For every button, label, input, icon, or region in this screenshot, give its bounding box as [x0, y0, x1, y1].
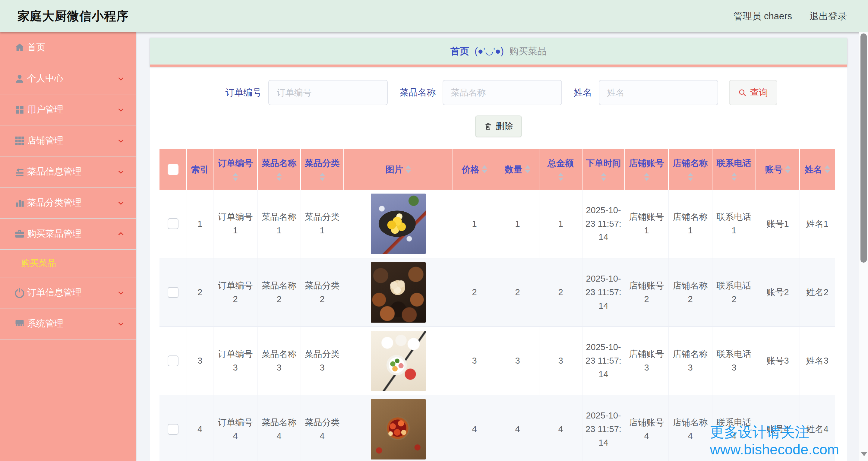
- column-header-quantity[interactable]: 数量: [496, 149, 539, 190]
- logout-link[interactable]: 退出登录: [809, 10, 847, 23]
- cell-contact_phone: 联系电话3: [717, 349, 752, 372]
- column-header-account[interactable]: 账号: [756, 149, 800, 190]
- search-bar: 订单编号 菜品名称 姓名 查询: [150, 67, 847, 105]
- cell-shop_name: 店铺名称3: [673, 349, 708, 372]
- vertical-scrollbar[interactable]: [859, 32, 868, 461]
- cell-name: 姓名4: [806, 424, 829, 434]
- sort-caret-icon[interactable]: [276, 173, 282, 181]
- sidebar-item-label: 菜品分类管理: [27, 196, 82, 209]
- app-title: 家庭大厨微信小程序: [18, 8, 129, 24]
- scrollbar-thumb[interactable]: [861, 33, 867, 263]
- name-input[interactable]: [599, 80, 718, 105]
- sidebar-item-label: 用户管理: [27, 103, 63, 116]
- row-checkbox[interactable]: [167, 218, 179, 229]
- breadcrumb-home-link[interactable]: 首页: [451, 45, 469, 58]
- cell-quantity: 3: [515, 356, 520, 365]
- sidebar-item-purchase-dish-management[interactable]: 购买菜品管理: [0, 219, 136, 250]
- list-icon: [14, 166, 25, 178]
- sort-caret-icon[interactable]: [785, 165, 790, 173]
- column-label: 菜品分类: [305, 158, 340, 168]
- column-header-price[interactable]: 价格: [453, 149, 496, 190]
- sort-caret-icon[interactable]: [601, 173, 606, 181]
- delete-button[interactable]: 删除: [475, 116, 522, 137]
- column-label: 数量: [505, 164, 523, 175]
- data-table: 索引订单编号菜品名称菜品分类图片价格数量总金额下单时间店铺账号店铺名称联系电话账…: [159, 149, 835, 461]
- cell-contact_phone: 联系电话2: [717, 281, 752, 304]
- cell-index: 3: [197, 356, 202, 365]
- sidebar-item-shop-management[interactable]: 店铺管理: [0, 125, 136, 156]
- cell-dish_name: 菜品名称1: [262, 212, 297, 235]
- column-header-shop_account[interactable]: 店铺账号: [625, 149, 669, 190]
- sidebar-item-home[interactable]: 首页: [0, 32, 136, 63]
- cell-order_time: 2025-10-23 11:57:14: [586, 342, 621, 379]
- admin-user-link[interactable]: 管理员 chaers: [733, 10, 792, 23]
- column-header-name[interactable]: 姓名: [800, 149, 835, 190]
- storefront-icon: [14, 318, 25, 330]
- column-header-dish_category[interactable]: 菜品分类: [301, 149, 344, 190]
- sort-caret-icon[interactable]: [319, 173, 325, 181]
- sort-caret-icon[interactable]: [233, 173, 238, 181]
- column-label: 账号: [765, 164, 783, 175]
- sort-caret-icon[interactable]: [482, 165, 487, 173]
- column-label: 价格: [462, 164, 479, 175]
- sidebar-item-order-info-management[interactable]: 订单信息管理: [0, 277, 136, 308]
- select-all-checkbox[interactable]: [167, 164, 179, 175]
- query-button[interactable]: 查询: [729, 80, 777, 105]
- cell-dish_name: 菜品名称2: [262, 281, 297, 304]
- cell-contact_phone: 联系电话4: [717, 418, 752, 441]
- sidebar-item-label: 店铺管理: [27, 134, 63, 147]
- sidebar-item-dish-category-management[interactable]: 菜品分类管理: [0, 188, 136, 219]
- cell-account: 账号2: [766, 287, 789, 297]
- breadcrumb-current: 购买菜品: [509, 45, 547, 58]
- trash-icon: [484, 122, 492, 130]
- cell-order_time: 2025-10-23 11:57:14: [586, 205, 621, 242]
- sidebar-item-dish-info-management[interactable]: 菜品信息管理: [0, 156, 136, 188]
- cell-price: 2: [472, 287, 477, 297]
- cell-dish_name: 菜品名称3: [262, 349, 297, 372]
- sidebar-item-system-management[interactable]: 系统管理: [0, 308, 136, 339]
- column-header-photo[interactable]: 图片: [344, 149, 453, 190]
- sort-caret-icon[interactable]: [644, 173, 649, 181]
- column-label: 联系电话: [717, 158, 752, 168]
- sort-caret-icon[interactable]: [558, 173, 563, 181]
- cell-quantity: 1: [515, 219, 520, 228]
- sort-caret-icon[interactable]: [405, 165, 411, 173]
- column-header-total_amount[interactable]: 总金额: [539, 149, 582, 190]
- column-header-order_time[interactable]: 下单时间: [582, 149, 625, 190]
- cell-shop_account: 店铺账号4: [629, 418, 664, 441]
- column-header-contact_phone[interactable]: 联系电话: [712, 149, 756, 190]
- food-photo-2: [371, 262, 426, 322]
- breadcrumb-emoticon: (●'◡'●): [474, 45, 504, 57]
- column-header-order_no[interactable]: 订单编号: [213, 149, 257, 190]
- cell-total_amount: 2: [558, 287, 563, 297]
- main-content: 首页 (●'◡'●) 购买菜品 订单编号 菜品名称 姓名 查询 删除: [136, 32, 859, 461]
- scrollbar-down-arrow-icon[interactable]: [861, 452, 867, 456]
- cell-total_amount: 4: [558, 424, 563, 434]
- dish-name-input[interactable]: [443, 80, 562, 105]
- cell-total_amount: 1: [558, 219, 563, 228]
- sort-caret-icon[interactable]: [688, 173, 693, 181]
- cell-price: 1: [472, 219, 477, 228]
- bar-chart-icon: [14, 197, 25, 209]
- sidebar-subitem-purchase-dish[interactable]: 购买菜品: [0, 250, 136, 277]
- grid-3x3-icon: [14, 135, 25, 147]
- sort-caret-icon[interactable]: [732, 173, 737, 181]
- cell-index: 2: [197, 287, 202, 297]
- sidebar-item-label: 菜品信息管理: [27, 165, 82, 178]
- food-photo-3: [371, 331, 426, 391]
- column-header-dish_name[interactable]: 菜品名称: [257, 149, 301, 190]
- content-panel: 订单编号 菜品名称 姓名 查询 删除: [150, 67, 847, 461]
- column-header-shop_name[interactable]: 店铺名称: [669, 149, 712, 190]
- sort-caret-icon[interactable]: [825, 165, 830, 173]
- cell-index: 4: [197, 424, 202, 434]
- row-checkbox[interactable]: [167, 356, 179, 366]
- app-window: 家庭大厨微信小程序 管理员 chaers 退出登录 首页 个人中心: [0, 0, 868, 461]
- sort-caret-icon[interactable]: [525, 165, 530, 173]
- table-row: 2订单编号2菜品名称2菜品分类22222025-10-23 11:57:14店铺…: [159, 258, 835, 327]
- row-checkbox[interactable]: [167, 424, 179, 435]
- sidebar-item-user-management[interactable]: 用户管理: [0, 94, 136, 125]
- row-checkbox[interactable]: [167, 287, 179, 298]
- order-no-input[interactable]: [268, 80, 388, 105]
- sidebar-item-personal-center[interactable]: 个人中心: [0, 63, 136, 94]
- column-label: 下单时间: [586, 158, 621, 168]
